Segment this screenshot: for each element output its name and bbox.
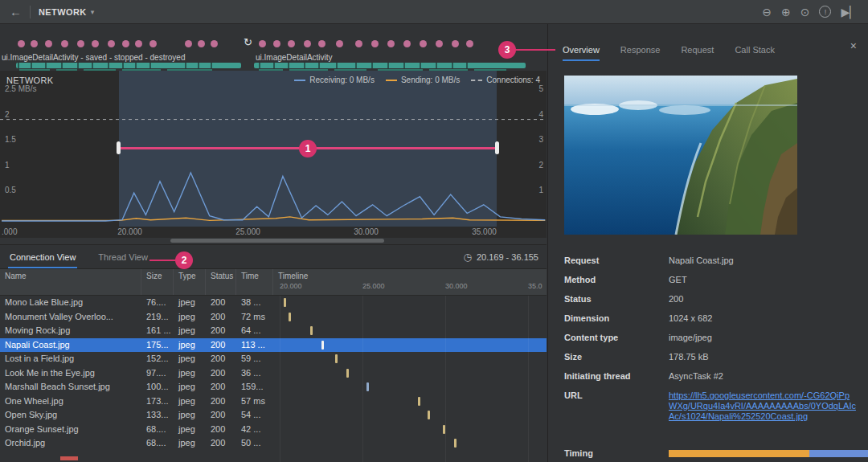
table-row[interactable]: Marshall Beach Sunset.jpg100...jpeg20015…: [0, 380, 547, 395]
cell-type: jpeg: [174, 408, 206, 423]
reset-zoom-icon[interactable]: ⊙: [800, 6, 810, 18]
y-axis-right-label: 4: [538, 110, 543, 119]
close-icon[interactable]: ×: [850, 40, 857, 51]
y-axis-right-label: 1: [538, 186, 543, 194]
cell-type: jpeg: [174, 352, 206, 366]
column-header-status[interactable]: Status: [206, 269, 236, 295]
cell-status: 200: [206, 366, 236, 381]
activity-lifecycle-tick: [108, 63, 109, 68]
cell-time: 50 ...: [236, 436, 273, 451]
activity-lifecycle-tick: [31, 63, 32, 68]
cell-type: jpeg: [174, 324, 206, 338]
activity-label: ui.ImageDetailActivity: [256, 53, 333, 62]
field-value-link[interactable]: https://lh5.googleusercontent.com/-CG62Q…: [669, 390, 858, 422]
activity-lifecycle-tick: [466, 63, 468, 68]
request-timeline-tick: [335, 354, 338, 363]
detail-field: Size178.75 kB: [564, 352, 860, 362]
chart-legend: Receiving: 0 MB/sSending: 0 MB/sConnecti…: [294, 76, 540, 84]
request-timeline-tick: [289, 313, 291, 321]
toolbar: ← NETWORK ▾ ⊖⊕⊙!▶▏: [0, 0, 868, 24]
table-header: NameSizeTypeStatusTimeTimeline20.00025.0…: [0, 269, 547, 296]
request-timeline-tick: [418, 397, 420, 406]
cell-size: 76....: [141, 296, 174, 310]
column-header-name[interactable]: Name: [0, 269, 141, 295]
cell-time: 36 ...: [236, 366, 273, 381]
table-row[interactable]: Look Me in the Eye.jpg97....jpeg20036 ..…: [0, 366, 547, 381]
timeline-scale-label: 20.000: [280, 282, 302, 290]
activity-lifecycle-tick: [18, 63, 19, 68]
callout-line: [149, 260, 177, 261]
cell-time: 57 ms: [236, 395, 273, 409]
table-row[interactable]: One Wheel.jpg173...jpeg20057 ms: [0, 395, 547, 409]
go-live-icon[interactable]: ▶▏: [841, 6, 858, 18]
cell-type: jpeg: [174, 310, 206, 325]
table-row[interactable]: Orchid.jpg68....jpeg20050 ...: [0, 436, 547, 451]
activity-lifecycle-tick: [318, 63, 320, 68]
selection-handle-left[interactable]: [117, 141, 121, 154]
column-header-size[interactable]: Size: [141, 269, 174, 295]
scrollbar-thumb[interactable]: [170, 239, 384, 243]
cell-name: Mono Lake Blue.jpg: [0, 296, 141, 310]
tab-overview[interactable]: Overview: [563, 45, 600, 61]
network-chart[interactable]: NETWORK Receiving: 0 MB/sSending: 0 MB/s…: [0, 71, 547, 227]
activity-lifecycle-tick: [387, 63, 389, 68]
activity-lifecycle-tick: [77, 63, 79, 68]
cell-size: 68....: [141, 423, 174, 437]
timeline-scale-label: 25.000: [362, 282, 385, 290]
activity-lifecycle-tick: [211, 63, 212, 68]
timing-bar-segment: [809, 450, 868, 457]
column-header-timeline[interactable]: Timeline20.00025.00030.00035.0: [273, 269, 547, 295]
back-button[interactable]: ←: [10, 5, 22, 18]
partial-row-bar: [60, 456, 78, 460]
alert-icon[interactable]: !: [819, 6, 831, 18]
x-axis-label: 30.000: [354, 227, 379, 236]
horizontal-scrollbar[interactable]: [0, 238, 547, 244]
table-row[interactable]: Open Sky.jpg133...jpeg20054 ...: [0, 408, 547, 423]
column-header-type[interactable]: Type: [174, 269, 206, 295]
y-axis-right-label: 2: [538, 161, 543, 170]
profiler-stage-title[interactable]: NETWORK: [39, 7, 87, 17]
zoom-out-icon[interactable]: ⊖: [762, 6, 772, 18]
field-value: 1024 x 682: [669, 313, 712, 324]
cell-status: 200: [206, 352, 236, 366]
table-row[interactable]: Napali Coast.jpg175...jpeg200113 ...: [0, 338, 547, 353]
field-value: AsyncTask #2: [669, 371, 723, 382]
detail-field: Status200: [564, 294, 860, 305]
tab-request[interactable]: Request: [681, 45, 714, 61]
table-row[interactable]: Moving Rock.jpg161 ...jpeg20064 ...: [0, 324, 547, 338]
tab-connection-view[interactable]: Connection View: [8, 245, 77, 268]
activity-lifecycle-tick: [436, 63, 437, 68]
request-timeline-tick: [310, 326, 313, 335]
cell-time: 42 ...: [236, 423, 273, 437]
activity-lifecycle-tick: [92, 63, 93, 68]
activity-lifecycle-tick: [355, 63, 357, 68]
selection-handle-right[interactable]: [495, 141, 499, 154]
x-axis-label: 20.000: [117, 227, 142, 236]
cell-status: 200: [206, 338, 236, 353]
x-axis: .00020.00025.00030.00035.000: [0, 227, 547, 238]
activity-lifecycle-tick: [304, 63, 305, 68]
column-header-time[interactable]: Time: [236, 269, 273, 295]
cell-timeline: [273, 436, 547, 451]
cell-timeline: [273, 324, 547, 338]
cell-name: Orchid.jpg: [0, 436, 141, 451]
field-value: image/jpeg: [669, 333, 712, 343]
table-row[interactable]: Monument Valley Overloo...219...jpeg2007…: [0, 310, 547, 325]
y-axis-left-label: 2: [5, 110, 10, 119]
cell-type: jpeg: [174, 436, 206, 451]
chevron-down-icon[interactable]: ▾: [91, 8, 95, 16]
timeline-scale-label: 30.000: [445, 282, 468, 290]
tab-call-stack[interactable]: Call Stack: [735, 45, 775, 61]
request-timeline-tick: [443, 425, 445, 434]
zoom-in-icon[interactable]: ⊕: [781, 6, 791, 18]
cell-time: 59 ...: [236, 352, 273, 366]
field-label: Initiating thread: [564, 371, 669, 382]
activity-lifecycle-tick: [45, 63, 47, 68]
tab-response[interactable]: Response: [620, 45, 661, 61]
cell-name: One Wheel.jpg: [0, 395, 141, 409]
table-row[interactable]: Lost in a Field.jpg152...jpeg20059 ...: [0, 352, 547, 366]
table-row[interactable]: Orange Sunset.jpg68....jpeg20042 ...: [0, 423, 547, 437]
field-value: 178.75 kB: [669, 352, 709, 362]
tab-thread-view[interactable]: Thread View: [96, 245, 149, 268]
table-row[interactable]: Mono Lake Blue.jpg76....jpeg20038 ...: [0, 296, 547, 310]
